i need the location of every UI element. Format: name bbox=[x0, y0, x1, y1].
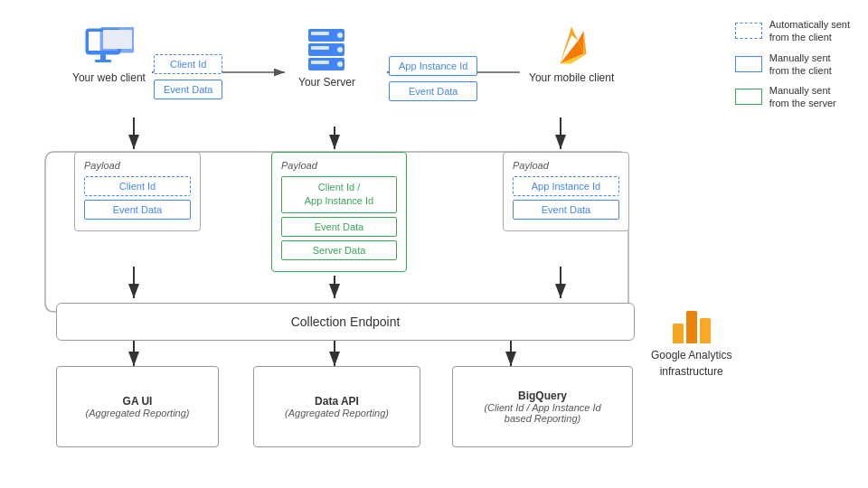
bigquery-subtitle: (Client Id / App Instance Idbased Report… bbox=[484, 402, 600, 424]
web-data-boxes: Client Id Event Data bbox=[154, 54, 222, 99]
ga-ui-subtitle: (Aggregated Reporting) bbox=[86, 408, 190, 418]
legend: Automatically sentfrom the client Manual… bbox=[735, 18, 850, 110]
monitor-icon bbox=[84, 27, 134, 68]
legend-manual-server: Manually sentfrom the server bbox=[735, 84, 850, 110]
diagram: Automatically sentfrom the client Manual… bbox=[0, 0, 868, 488]
mobile-client-label: Your mobile client bbox=[529, 71, 614, 84]
server-payload-event-data: Event Data bbox=[281, 217, 397, 237]
legend-label-manual-server: Manually sentfrom the server bbox=[769, 84, 836, 110]
server-label: Your Server bbox=[298, 76, 355, 89]
web-client-id-box: Client Id bbox=[154, 54, 222, 74]
web-payload-client-id: Client Id bbox=[84, 176, 191, 196]
mobile-payload-app-instance-id: App Instance Id bbox=[513, 176, 619, 196]
server-event-data-box: Event Data bbox=[389, 81, 477, 101]
legend-box-auto bbox=[735, 23, 762, 39]
ga-bar-1 bbox=[673, 324, 684, 343]
ga-bar-3 bbox=[700, 318, 711, 343]
svg-point-21 bbox=[337, 33, 343, 38]
mobile-payload-title: Payload bbox=[513, 160, 619, 171]
web-client-area: Your web client bbox=[72, 27, 146, 84]
svg-rect-18 bbox=[103, 30, 132, 49]
svg-point-27 bbox=[337, 61, 343, 67]
svg-rect-15 bbox=[100, 54, 106, 60]
mobile-payload-event-data: Event Data bbox=[513, 200, 619, 220]
legend-label-manual-client: Manually sentfrom the client bbox=[769, 52, 832, 78]
legend-auto: Automatically sentfrom the client bbox=[735, 18, 850, 44]
legend-manual-client: Manually sentfrom the client bbox=[735, 52, 850, 78]
ga-ui-box: GA UI (Aggregated Reporting) bbox=[56, 366, 219, 447]
legend-box-manual-client bbox=[735, 56, 762, 72]
server-area: Your Server bbox=[298, 27, 355, 89]
server-input-boxes: App Instance Id Event Data bbox=[389, 56, 477, 101]
legend-label-auto: Automatically sentfrom the client bbox=[769, 18, 850, 44]
server-icon bbox=[304, 27, 349, 72]
web-payload-title: Payload bbox=[84, 160, 191, 171]
server-payload-client-id: Client Id /App Instance Id bbox=[281, 176, 397, 213]
firebase-icon bbox=[552, 23, 592, 68]
svg-point-24 bbox=[337, 47, 343, 52]
web-client-label: Your web client bbox=[72, 71, 146, 84]
web-payload: Payload Client Id Event Data bbox=[74, 152, 201, 231]
server-payload-server-data: Server Data bbox=[281, 240, 397, 260]
bigquery-title: BigQuery bbox=[518, 389, 567, 402]
collection-endpoint-label: Collection Endpoint bbox=[291, 314, 401, 329]
svg-rect-23 bbox=[311, 46, 329, 50]
bigquery-box: BigQuery (Client Id / App Instance Idbas… bbox=[452, 366, 633, 447]
mobile-client-area: Your mobile client bbox=[529, 23, 614, 84]
ga-infrastructure: Google Analyticsinfrastructure bbox=[651, 307, 731, 380]
collection-endpoint: Collection Endpoint bbox=[56, 303, 635, 341]
server-payload-title: Payload bbox=[281, 160, 397, 171]
ga-ui-title: GA UI bbox=[123, 395, 153, 408]
svg-rect-26 bbox=[311, 61, 329, 64]
ga-icon bbox=[673, 307, 711, 343]
data-api-title: Data API bbox=[315, 395, 359, 408]
ga-bar-2 bbox=[686, 311, 697, 343]
ga-infrastructure-label: Google Analyticsinfrastructure bbox=[651, 347, 731, 380]
mobile-payload: Payload App Instance Id Event Data bbox=[503, 152, 629, 231]
web-event-data-box: Event Data bbox=[154, 80, 222, 99]
web-payload-event-data: Event Data bbox=[84, 200, 191, 220]
svg-rect-16 bbox=[95, 60, 111, 62]
data-api-subtitle: (Aggregated Reporting) bbox=[285, 408, 389, 418]
legend-box-manual-server bbox=[735, 89, 762, 105]
server-payload: Payload Client Id /App Instance Id Event… bbox=[271, 152, 407, 272]
data-api-box: Data API (Aggregated Reporting) bbox=[253, 366, 420, 447]
svg-rect-20 bbox=[311, 32, 329, 35]
server-app-instance-id-box: App Instance Id bbox=[389, 56, 477, 76]
